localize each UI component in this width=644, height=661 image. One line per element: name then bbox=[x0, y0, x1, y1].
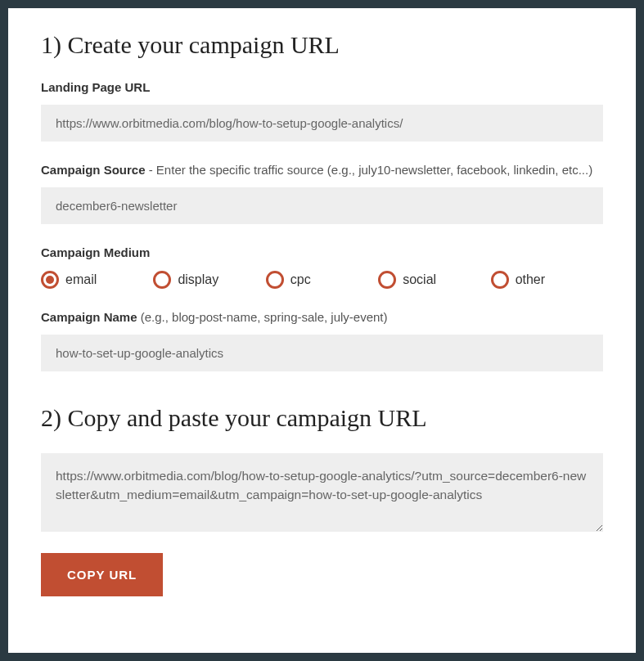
campaign-medium-radios: email display cpc social other bbox=[41, 271, 603, 289]
campaign-url-output[interactable]: https://www.orbitmedia.com/blog/how-to-s… bbox=[41, 453, 603, 532]
campaign-name-label: Campaign Name bbox=[41, 310, 137, 324]
copy-url-button[interactable]: COPY URL bbox=[41, 553, 163, 596]
radio-email[interactable]: email bbox=[41, 271, 153, 289]
radio-other[interactable]: other bbox=[491, 271, 603, 289]
radio-cpc-label: cpc bbox=[290, 272, 311, 287]
radio-icon bbox=[153, 271, 171, 289]
radio-icon bbox=[378, 271, 396, 289]
campaign-medium-label-row: Campaign Medium bbox=[41, 244, 603, 262]
campaign-url-builder: 1) Create your campaign URL Landing Page… bbox=[8, 8, 636, 653]
campaign-name-input[interactable] bbox=[41, 335, 603, 371]
radio-social[interactable]: social bbox=[378, 271, 490, 289]
campaign-source-hint: - Enter the specific traffic source (e.g… bbox=[146, 163, 593, 177]
campaign-medium-label: Campaign Medium bbox=[41, 245, 150, 259]
campaign-name-field: Campaign Name (e.g., blog-post-name, spr… bbox=[41, 308, 603, 371]
landing-page-label-row: Landing Page URL bbox=[41, 79, 603, 97]
campaign-source-input[interactable] bbox=[41, 187, 603, 224]
radio-social-label: social bbox=[403, 272, 436, 287]
section2-heading: 2) Copy and paste your campaign URL bbox=[41, 404, 603, 432]
campaign-medium-field: Campaign Medium email display cpc social… bbox=[41, 244, 603, 290]
section1-heading: 1) Create your campaign URL bbox=[41, 31, 603, 59]
radio-email-label: email bbox=[65, 272, 97, 287]
campaign-source-field: Campaign Source - Enter the specific tra… bbox=[41, 161, 603, 224]
landing-page-input[interactable] bbox=[41, 105, 603, 142]
campaign-name-label-row: Campaign Name (e.g., blog-post-name, spr… bbox=[41, 308, 603, 326]
radio-other-label: other bbox=[516, 272, 545, 287]
radio-display[interactable]: display bbox=[153, 271, 265, 289]
radio-icon bbox=[266, 271, 284, 289]
radio-icon bbox=[41, 271, 59, 289]
campaign-name-hint: (e.g., blog-post-name, spring-sale, july… bbox=[137, 310, 388, 324]
campaign-source-label: Campaign Source bbox=[41, 163, 146, 177]
landing-page-label: Landing Page URL bbox=[41, 80, 150, 94]
radio-display-label: display bbox=[178, 272, 218, 287]
landing-page-field: Landing Page URL bbox=[41, 79, 603, 142]
radio-cpc[interactable]: cpc bbox=[266, 271, 378, 289]
campaign-source-label-row: Campaign Source - Enter the specific tra… bbox=[41, 161, 603, 179]
radio-icon bbox=[491, 271, 509, 289]
